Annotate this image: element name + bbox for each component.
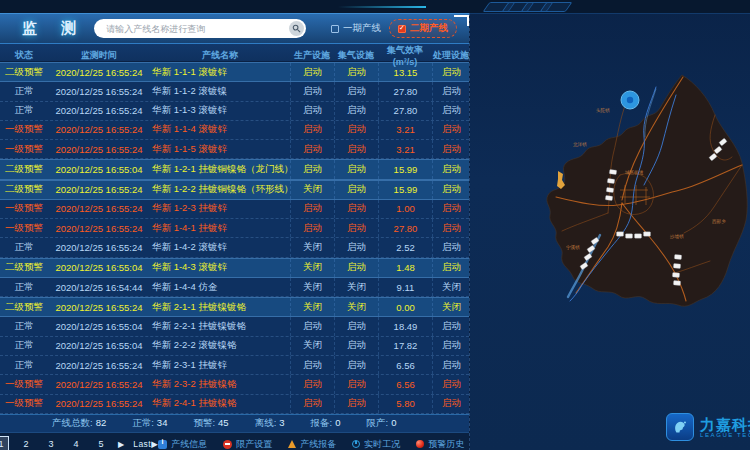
status-cell: 一级预警 bbox=[0, 143, 48, 156]
table-row[interactable]: 一级预警 2020/12/25 16:55:24 华新 1-1-4 滚镀锌 启动… bbox=[0, 121, 469, 140]
page-button[interactable]: 2 bbox=[18, 436, 34, 450]
line-name-cell: 华新 2-2-1 挂镀镍镀铬 bbox=[150, 320, 290, 333]
brand-logo: 力嘉科技 LEAGUE TECH bbox=[666, 413, 750, 441]
table-row[interactable]: 二级预警 2020/12/25 16:55:24 华新 1-2-2 挂镀铜镍铬（… bbox=[0, 180, 469, 200]
table-row[interactable]: 一级预警 2020/12/25 16:55:24 华新 1-4-1 挂镀锌 启动… bbox=[0, 219, 469, 238]
table-row[interactable]: 正常 2020/12/25 16:55:24 华新 1-4-2 滚镀锌 关闭 启… bbox=[0, 238, 469, 257]
table-row[interactable]: 正常 2020/12/25 16:55:24 华新 1-1-2 滚镀镍 启动 启… bbox=[0, 82, 469, 101]
site-marker[interactable] bbox=[635, 234, 642, 238]
table-row[interactable]: 二级预警 2020/12/25 16:55:04 华新 1-2-1 挂镀铜镍铬（… bbox=[0, 159, 469, 179]
column-header-status: 状态 bbox=[0, 49, 48, 62]
legend-label: 产线信息 bbox=[171, 438, 207, 450]
legend-item[interactable]: 实时工况 bbox=[352, 438, 400, 450]
production-facility-cell: 启动 bbox=[290, 102, 334, 120]
page-button[interactable]: 1 bbox=[0, 436, 9, 450]
status-cell: 一级预警 bbox=[0, 123, 48, 136]
column-header-treatment: 处理设施 bbox=[432, 49, 470, 62]
time-cell: 2020/12/25 16:55:24 bbox=[48, 184, 150, 195]
production-facility-cell: 启动 bbox=[290, 200, 334, 218]
legend-item[interactable]: 限产设置 bbox=[223, 438, 272, 450]
status-cell: 二级预警 bbox=[0, 183, 48, 196]
phase1-checkbox[interactable]: 一期产线 bbox=[331, 22, 381, 35]
district-map[interactable]: 头陀镇北洋镇城区街道沙埔镇西部乡宁溪镇 bbox=[470, 45, 750, 435]
line-name-cell: 华新 2-1-1 挂镀镍镀铬 bbox=[150, 301, 290, 314]
table-row[interactable]: 正常 2020/12/25 16:55:04 华新 2-2-1 挂镀镍镀铬 启动… bbox=[0, 317, 469, 336]
table-row[interactable]: 一级预警 2020/12/25 16:55:24 华新 2-4-1 挂镀镍铬 启… bbox=[0, 395, 469, 414]
summary-item: 预警:45 bbox=[193, 417, 228, 430]
page-title: 监 测 bbox=[22, 19, 86, 38]
table-row[interactable]: 二级预警 2020/12/25 16:55:24 华新 2-1-1 挂镀镍镀铬 … bbox=[0, 297, 469, 317]
status-cell: 正常 bbox=[0, 104, 48, 117]
time-cell: 2020/12/25 16:55:24 bbox=[48, 379, 150, 390]
monitor-panel: 监 测 一期产线 二期产线 状态 监测时间 产线名称 生产设施 集气设施 集气效… bbox=[0, 13, 470, 450]
production-facility-cell: 启动 bbox=[290, 121, 334, 139]
brand-name-en: LEAGUE TECH bbox=[700, 432, 750, 438]
legend-item[interactable]: 产线信息 bbox=[158, 438, 207, 450]
site-marker[interactable] bbox=[609, 169, 617, 174]
site-marker[interactable] bbox=[606, 187, 614, 192]
table-row[interactable]: 一级预警 2020/12/25 16:55:24 华新 2-3-2 挂镀镍铬 启… bbox=[0, 375, 469, 394]
summary-item: 正常:34 bbox=[132, 417, 167, 430]
line-name-cell: 华新 1-2-2 挂镀铜镍铬（环形线） bbox=[150, 183, 290, 196]
line-name-cell: 华新 1-1-5 滚镀锌 bbox=[150, 143, 290, 156]
status-cell: 正常 bbox=[0, 359, 48, 372]
page-button[interactable]: 5 bbox=[93, 436, 109, 450]
gas-facility-cell: 启动 bbox=[334, 121, 378, 139]
site-marker[interactable] bbox=[605, 195, 613, 200]
treatment-facility-cell: 启动 bbox=[432, 219, 470, 237]
status-cell: 二级预警 bbox=[0, 301, 48, 314]
site-marker[interactable] bbox=[607, 178, 615, 183]
next-page-button[interactable]: ▶ bbox=[118, 440, 124, 449]
status-cell: 正常 bbox=[0, 281, 48, 294]
legend-item[interactable]: 产线报备 bbox=[288, 438, 336, 450]
gas-facility-cell: 关闭 bbox=[334, 298, 378, 316]
search-box[interactable] bbox=[94, 19, 306, 38]
search-input[interactable] bbox=[104, 23, 289, 35]
production-facility-cell: 启动 bbox=[290, 140, 334, 158]
status-cell: 正常 bbox=[0, 85, 48, 98]
treatment-facility-cell: 启动 bbox=[432, 140, 470, 158]
table-row[interactable]: 一级预警 2020/12/25 16:55:24 华新 1-1-5 滚镀锌 启动… bbox=[0, 140, 469, 159]
last-page-button[interactable]: Last▶ bbox=[133, 439, 158, 449]
table-header: 状态 监测时间 产线名称 生产设施 集气设施 集气效率(m³/s) 处理设施 bbox=[0, 44, 469, 62]
efficiency-cell: 0.00 bbox=[378, 298, 432, 316]
phase1-label: 一期产线 bbox=[343, 22, 381, 35]
legend-item[interactable]: 预警历史 bbox=[416, 438, 464, 450]
gas-facility-cell: 启动 bbox=[334, 102, 378, 120]
production-facility-cell: 启动 bbox=[290, 375, 334, 393]
map-town-label: 宁溪镇 bbox=[566, 244, 580, 250]
line-name-cell: 华新 2-4-1 挂镀镍铬 bbox=[150, 397, 290, 410]
corner-bracket bbox=[454, 15, 469, 26]
table-row[interactable]: 正常 2020/12/25 16:54:44 华新 1-4-4 仿金 关闭 关闭… bbox=[0, 278, 469, 297]
site-marker[interactable] bbox=[644, 232, 651, 236]
efficiency-cell: 13.15 bbox=[378, 63, 432, 81]
status-cell: 二级预警 bbox=[0, 163, 48, 176]
site-marker[interactable] bbox=[673, 281, 680, 286]
status-cell: 一级预警 bbox=[0, 378, 48, 391]
table-row[interactable]: 正常 2020/12/25 16:55:24 华新 1-1-3 滚镀锌 启动 启… bbox=[0, 102, 469, 121]
site-marker[interactable] bbox=[672, 273, 679, 278]
site-marker[interactable] bbox=[673, 264, 680, 269]
line-name-cell: 华新 1-1-2 滚镀镍 bbox=[150, 85, 290, 98]
line-name-cell: 华新 1-1-4 滚镀锌 bbox=[150, 123, 290, 136]
phase2-button[interactable]: 二期产线 bbox=[389, 19, 457, 38]
table-row[interactable]: 二级预警 2020/12/25 16:55:04 华新 1-4-3 滚镀锌 关闭… bbox=[0, 258, 469, 278]
gas-facility-cell: 启动 bbox=[334, 219, 378, 237]
time-cell: 2020/12/25 16:55:24 bbox=[48, 242, 150, 253]
line-name-cell: 华新 1-4-3 滚镀锌 bbox=[150, 261, 290, 274]
report-icon bbox=[288, 440, 296, 448]
table-row[interactable]: 正常 2020/12/25 16:55:04 华新 2-2-2 滚镀镍铬 关闭 … bbox=[0, 337, 469, 356]
site-marker[interactable] bbox=[674, 255, 681, 260]
page-button[interactable]: 4 bbox=[68, 436, 84, 450]
gas-facility-cell: 启动 bbox=[334, 200, 378, 218]
page-button[interactable]: 3 bbox=[43, 436, 59, 450]
table-row[interactable]: 正常 2020/12/25 16:55:24 华新 2-3-1 挂镀锌 启动 启… bbox=[0, 356, 469, 375]
gas-facility-cell: 启动 bbox=[334, 238, 378, 256]
site-marker[interactable] bbox=[626, 234, 633, 238]
table-row[interactable]: 二级预警 2020/12/25 16:55:24 华新 1-1-1 滚镀锌 启动… bbox=[0, 62, 469, 82]
table-row[interactable]: 一级预警 2020/12/25 16:55:24 华新 1-2-3 挂镀锌 启动… bbox=[0, 200, 469, 219]
search-button[interactable] bbox=[289, 21, 304, 36]
limit-icon bbox=[223, 440, 232, 449]
phase2-label: 二期产线 bbox=[410, 22, 448, 35]
site-marker[interactable] bbox=[617, 232, 624, 236]
